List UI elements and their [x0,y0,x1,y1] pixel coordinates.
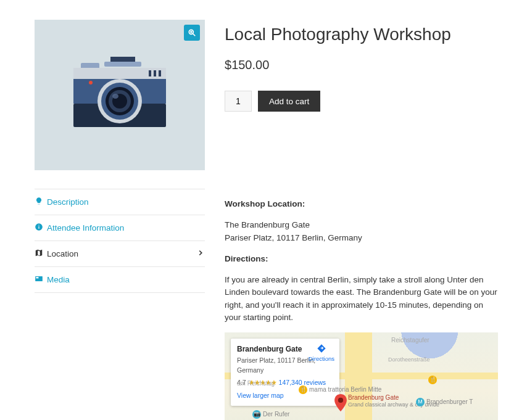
map-poi[interactable]: 🍴 [428,376,437,384]
svg-rect-9 [154,70,156,76]
directions-button[interactable]: Directions [309,344,334,363]
map-info-card: Directions Brandenburg Gate Pariser Plat… [231,339,339,406]
svg-rect-5 [104,62,141,67]
tab-location[interactable]: Location [35,241,205,267]
directions-heading: Directions: [225,253,498,265]
tab-media[interactable]: Media [35,267,205,293]
map-icon [35,249,43,259]
location-venue-block: The Brandenburg Gate Pariser Platz, 1011… [225,219,498,244]
svg-rect-22 [38,225,39,226]
lightbulb-icon [35,197,43,207]
product-price: $150.00 [225,58,498,72]
embedded-map[interactable]: Directions Brandenburg Gate Pariser Plat… [225,332,498,420]
map-poi[interactable]: MBrandenburger T [416,397,473,406]
tab-label: Location [47,249,78,258]
tab-attendee-information[interactable]: Attendee Information [35,215,205,241]
svg-line-1 [193,34,196,36]
info-icon [35,223,43,233]
location-address: Pariser Platz, 10117 Berlin, Germany [225,233,362,242]
zoom-icon[interactable] [184,25,200,41]
svg-rect-24 [36,277,38,278]
chevron-right-icon [196,249,205,259]
svg-rect-7 [73,68,166,79]
svg-point-19 [112,94,118,99]
svg-rect-8 [149,70,151,76]
directions-body: If you are already in central Berlin, si… [225,274,498,324]
map-street-label: am Reichstag [237,379,275,388]
quantity-input[interactable] [225,91,252,112]
product-tabs: Description Attendee Information Locatio… [35,189,205,293]
map-poi[interactable]: 📷Der Rufer [252,410,289,419]
location-heading: Workshop Location: [225,198,498,210]
add-to-cart-button[interactable]: Add to cart [258,91,320,112]
product-title: Local Photography Workshop [225,25,498,44]
map-street-label: Dorotheenstraße [388,356,430,364]
svg-rect-10 [159,70,161,76]
tab-description[interactable]: Description [35,189,205,215]
product-image[interactable] [35,20,205,170]
map-street-label: Reichstagufer [391,336,429,345]
map-poi[interactable]: 🍴mama trattoria Berlin Mitte [299,385,381,394]
tab-label: Description [47,197,89,207]
map-marker-icon[interactable] [334,394,347,411]
camera-illustration [67,57,172,133]
tab-label: Media [47,275,70,284]
svg-rect-21 [38,226,39,229]
media-icon [35,274,43,285]
tab-label: Attendee Information [47,223,124,233]
location-venue: The Brandenburg Gate [225,220,310,229]
svg-point-12 [89,81,93,84]
svg-point-25 [338,398,343,403]
